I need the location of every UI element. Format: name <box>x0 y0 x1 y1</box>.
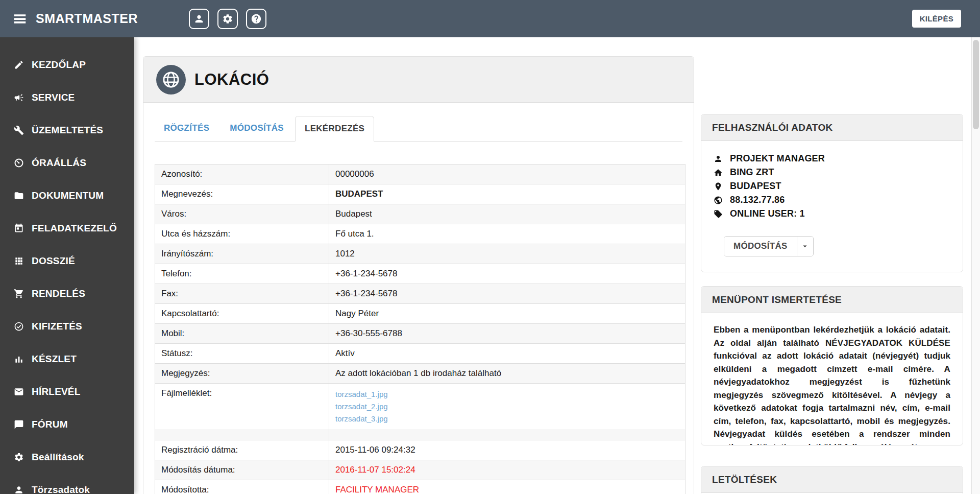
sidebar-item-ra-ll-s[interactable]: ÓRAÁLLÁS <box>0 147 134 179</box>
navbar-gear-button[interactable] <box>217 9 238 29</box>
menu-info-text: Ebben a menüpontban lekérdezhetjük a lok… <box>701 313 963 445</box>
user-icon <box>14 485 24 494</box>
user-info-line: PROJEKT MANAGER <box>714 153 950 164</box>
grid-icon <box>14 256 24 266</box>
sidebar-item-rendel-s[interactable]: RENDELÉS <box>0 277 134 310</box>
row-value: Aktív <box>329 344 685 364</box>
navbar-help-button[interactable] <box>246 9 266 29</box>
row-value: +36-1-234-5678 <box>329 284 685 304</box>
user-info-text: PROJEKT MANAGER <box>730 153 825 164</box>
scrollbar-thumb[interactable] <box>973 40 979 129</box>
table-row: Módosította:FACILITY MANAGER <box>155 480 685 494</box>
row-value: 1012 <box>329 244 685 264</box>
sidebar-item-label: KIFIZETÉS <box>32 321 82 332</box>
row-value: Nagy Péter <box>329 304 685 324</box>
record-table: Azonosító:00000006Megnevezés:BUDAPESTVár… <box>155 164 685 494</box>
table-row: Módosítás dátuma:2016-11-07 15:02:24 <box>155 460 685 480</box>
modify-button[interactable]: MÓDOSÍTÁS <box>724 237 797 256</box>
row-label: Utca és házszám: <box>155 224 329 244</box>
row-value: +36-1-234-5678 <box>329 264 685 284</box>
downloads-panel-title: LETÖLTÉSEK <box>701 466 963 493</box>
table-row: Megnevezés:BUDAPEST <box>155 184 685 204</box>
row-value-text: BUDAPEST <box>335 189 383 199</box>
user-info-line: 88.132.77.86 <box>714 195 950 205</box>
sidebar-item-k-szlet[interactable]: KÉSZLET <box>0 343 134 375</box>
row-value-text: 2015-11-06 09:24:32 <box>335 445 415 455</box>
gear-icon <box>222 13 233 25</box>
sidebar-item-be-ll-t-sok[interactable]: Beállítások <box>0 441 134 474</box>
navbar-user-button[interactable] <box>189 9 209 29</box>
sidebar-item-kezd-lap[interactable]: KEZDŐLAP <box>0 49 134 81</box>
user-info-text: BUDAPEST <box>730 181 781 192</box>
row-label: Módosítás dátuma: <box>155 460 329 480</box>
sidebar-item-label: RENDELÉS <box>32 288 85 299</box>
map-marker-icon <box>714 182 723 191</box>
sidebar-item-zemeltet-s[interactable]: ÜZEMELTETÉS <box>0 114 134 147</box>
row-value: 00000006 <box>329 164 685 184</box>
logout-button[interactable]: KILÉPÉS <box>912 10 961 28</box>
top-navbar: SMARTMASTER KILÉPÉS <box>0 0 980 37</box>
row-label <box>155 430 329 440</box>
tags-icon <box>714 209 723 219</box>
row-label: Kapcsolattartó: <box>155 304 329 324</box>
gear-icon <box>14 452 24 462</box>
row-label: Fájlmelléklet: <box>155 384 329 430</box>
row-label: Státusz: <box>155 344 329 364</box>
table-row: Azonosító:00000006 <box>155 164 685 184</box>
table-row: Mobil:+36-30-555-6788 <box>155 324 685 344</box>
page-scrollbar <box>971 37 980 494</box>
sidebar-item-t-rzsadatok[interactable]: Törzsadatok <box>0 474 134 494</box>
globe-icon <box>714 196 723 205</box>
table-row: Kapcsolattartó:Nagy Péter <box>155 304 685 324</box>
tab-m-dos-t-s[interactable]: MÓDOSÍTÁS <box>220 116 293 141</box>
page-header: LOKÁCIÓ <box>143 57 694 103</box>
megaphone-icon <box>14 92 24 103</box>
row-label: Azonosító: <box>155 164 329 184</box>
row-value-text: 00000006 <box>335 169 374 179</box>
row-value-text: Aktív <box>335 348 355 358</box>
sidebar: KEZDŐLAPSERVICEÜZEMELTETÉSÓRAÁLLÁSDOKUME… <box>0 37 134 494</box>
modify-dropdown-toggle[interactable] <box>797 237 813 256</box>
row-label: Telefon: <box>155 264 329 284</box>
row-value-text: +36-1-234-5678 <box>335 269 397 278</box>
table-row: Fájlmelléklet:torzsadat_1.jpgtorzsadat_2… <box>155 384 685 430</box>
file-link[interactable]: torzsadat_2.jpg <box>335 401 679 413</box>
row-value: 2016-11-07 15:02:24 <box>329 460 685 480</box>
globe-wire-icon <box>162 70 180 89</box>
sidebar-item-kifizet-s[interactable]: KIFIZETÉS <box>0 310 134 343</box>
menu-info-panel: MENÜPONT ISMERTETÉSE Ebben a menüpontban… <box>701 286 963 445</box>
content-area: LOKÁCIÓ RÖGZÍTÉSMÓDOSÍTÁSLEKÉRDEZÉS Azon… <box>134 37 980 494</box>
menu-button[interactable] <box>11 10 29 28</box>
sidebar-item-dokumentum[interactable]: DOKUMENTUM <box>0 179 134 212</box>
row-value-text: +36-30-555-6788 <box>335 328 402 338</box>
sidebar-item-feladatkezel[interactable]: FELADATKEZELŐ <box>0 212 134 245</box>
file-link[interactable]: torzsadat_3.jpg <box>335 413 679 425</box>
row-label: Megjegyzés: <box>155 364 329 384</box>
tab-lek-rdez-s[interactable]: LEKÉRDEZÉS <box>295 116 374 142</box>
tab-r-gz-t-s[interactable]: RÖGZÍTÉS <box>155 116 218 141</box>
sidebar-item-service[interactable]: SERVICE <box>0 81 134 114</box>
wrench-icon <box>14 125 24 135</box>
row-value-text: +36-1-234-5678 <box>335 289 397 298</box>
sidebar-item-label: Beállítások <box>32 452 84 463</box>
sidebar-item-dosszi[interactable]: DOSSZIÉ <box>0 245 134 277</box>
right-column: FELHASZNÁLÓI ADATOK PROJEKT MANAGERBING … <box>701 114 963 494</box>
row-value-text: 2016-11-07 15:02:24 <box>335 465 415 475</box>
row-label: Fax: <box>155 284 329 304</box>
edit-icon <box>14 60 24 70</box>
row-label: Módosította: <box>155 480 329 494</box>
sidebar-item-label: Törzsadatok <box>32 484 90 494</box>
row-label: Mobil: <box>155 324 329 344</box>
menu-icon <box>12 11 28 27</box>
gauge-icon <box>14 158 24 168</box>
user-icon <box>714 154 723 163</box>
sidebar-menu: KEZDŐLAPSERVICEÜZEMELTETÉSÓRAÁLLÁSDOKUME… <box>0 49 134 494</box>
row-label: Megnevezés: <box>155 184 329 204</box>
record-table-body: Azonosító:00000006Megnevezés:BUDAPESTVár… <box>155 164 685 494</box>
sidebar-item-h-rlev-l[interactable]: HÍRLEVÉL <box>0 375 134 408</box>
table-row: Telefon:+36-1-234-5678 <box>155 264 685 284</box>
file-link[interactable]: torzsadat_1.jpg <box>335 388 679 401</box>
row-value-text: 1012 <box>335 249 355 258</box>
sidebar-item-f-rum[interactable]: FÓRUM <box>0 408 134 441</box>
row-label: Város: <box>155 204 329 224</box>
